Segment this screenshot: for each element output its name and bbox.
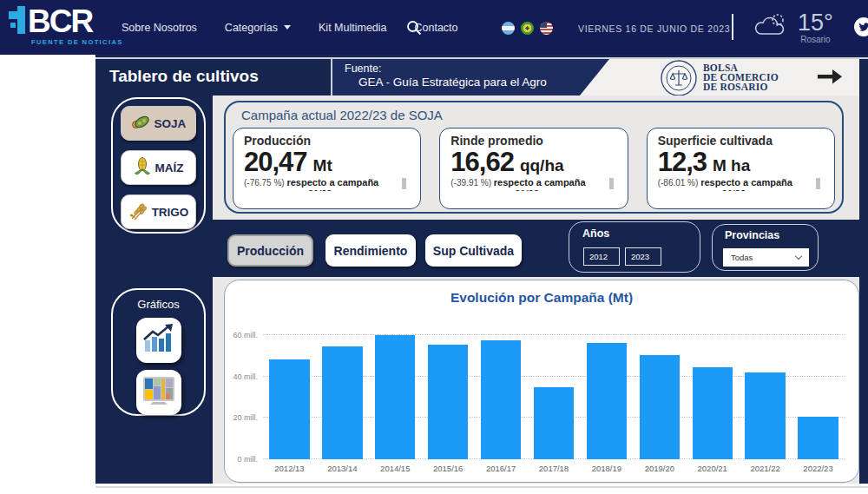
bar-slot [686, 323, 739, 459]
argentina-flag-icon[interactable] [502, 22, 515, 35]
y-axis-tick-label: 0 mill. [237, 455, 258, 464]
crops-dashboard: Tablero de cultivos Fuente: GEA - Guía E… [95, 55, 868, 484]
nav-item-categorias[interactable]: Categorías [225, 22, 291, 34]
nav-item-sobre-nosotros[interactable]: Sobre Nosotros [122, 22, 197, 34]
temperature: 15° [798, 11, 833, 35]
cloud-icon [752, 11, 790, 43]
kpi-card-produccion: Producción 20,47 Mt (-76.75 %) respecto … [233, 128, 421, 209]
nav-item-kit-multimedia[interactable]: Kit Multimedia [319, 22, 387, 34]
bar-slot [633, 323, 686, 459]
bar-2021/22[interactable] [745, 372, 785, 459]
crop-button-soja[interactable]: SOJA [121, 106, 196, 141]
kpi-card-superficie: Superficie cultivada 12,3 M ha (-86.01 %… [647, 128, 835, 209]
tab-label: Sup Cultivada [433, 244, 514, 258]
kpi-delta-note: respecto a campaña [700, 177, 792, 188]
provinces-dropdown[interactable]: Todas [723, 248, 809, 267]
year-from-input[interactable] [583, 247, 620, 266]
x-axis-label: 2014/15 [369, 464, 422, 473]
bar-2019/20[interactable] [640, 355, 680, 459]
current-date: VIERNES 16 DE JUNIO DE 2023 [578, 23, 730, 34]
bar-2016/17[interactable] [481, 340, 521, 459]
soybean-icon [131, 114, 150, 134]
chart-bars [263, 323, 845, 459]
logo-subtitle: FUENTE DE NOTICIAS [31, 38, 123, 46]
treemap-icon [142, 376, 175, 409]
twitter-icon[interactable] [854, 17, 868, 36]
bar-slot [263, 323, 316, 459]
x-axis-label: 2017/18 [528, 464, 581, 473]
kpi-delta-pct: (-86.01 %) [658, 178, 699, 188]
org-line: DE ROSARIO [703, 82, 779, 92]
corn-icon [134, 157, 151, 179]
evolution-chart-panel: Evolución por Campaña (Mt) 0 mill.20 mil… [224, 280, 859, 483]
kpi-delta: (-76.75 %) respecto a campaña 21/22 [244, 177, 410, 191]
bar-2022/23[interactable] [798, 417, 838, 459]
kpi-value: 16,62 [450, 148, 514, 176]
kpi-delta-note: respecto a campaña [494, 177, 586, 188]
provinces-filter: Provincias Todas [712, 224, 819, 271]
wheat-icon [128, 201, 148, 223]
bar-2017/18[interactable] [534, 387, 574, 459]
bar-2014/15[interactable] [375, 335, 415, 459]
bar-slot [528, 323, 581, 459]
provinces-label: Provincias [725, 229, 818, 241]
usa-flag-icon[interactable] [540, 22, 553, 35]
org-name: BOLSA DE COMERCIO DE ROSARIO [703, 63, 779, 92]
page: BCR FUENTE DE NOTICIAS Sobre Nosotros Ca… [0, 0, 868, 494]
tab-sup-cultivada[interactable]: Sup Cultivada [425, 234, 522, 267]
brazil-flag-icon[interactable] [521, 22, 534, 35]
bar-slot [369, 323, 422, 459]
kpi-value: 12,3 [658, 148, 707, 176]
bcr-logo[interactable]: BCR FUENTE DE NOTICIAS [9, 6, 123, 46]
top-navbar: BCR FUENTE DE NOTICIAS Sobre Nosotros Ca… [0, 0, 868, 55]
bar-2013/14[interactable] [322, 346, 362, 459]
source-value: GEA - Guía Estratégica para el Agro [358, 76, 608, 89]
crop-label: SOJA [155, 117, 187, 130]
graphs-panel: Gráficos [111, 288, 206, 416]
next-page-arrow-button[interactable] [816, 67, 844, 89]
language-flags [502, 22, 553, 35]
bar-2020/21[interactable] [693, 367, 733, 459]
x-axis-label: 2020/21 [686, 464, 739, 473]
campaign-summary-panel: Campaña actual 2022/23 de SOJA Producció… [224, 101, 844, 214]
kpi-delta-pct: (-39.91 %) [450, 178, 491, 188]
kpi-delta-note: respecto a campaña [286, 177, 378, 188]
chart-plot: 0 mill.20 mill.40 mill.60 mill. [263, 323, 845, 459]
bar-slot [739, 323, 792, 459]
x-axis-label: 2013/14 [316, 464, 369, 473]
kpi-unit: Mt [313, 156, 332, 175]
bar-chart-view-button[interactable] [136, 318, 181, 363]
dashboard-title: Tablero de cultivos [109, 67, 259, 86]
chart-xlabels: 2012/132013/142014/152015/162016/172017/… [263, 464, 845, 473]
y-axis-tick-label: 60 mill. [233, 331, 258, 339]
crop-button-trigo[interactable]: TRIGO [121, 194, 196, 229]
weather-widget: 15° Rosario [752, 11, 833, 44]
kpi-label: Rinde promedio [450, 134, 616, 148]
bar-2018/19[interactable] [587, 343, 627, 459]
crop-label: TRIGO [152, 206, 189, 219]
logo-text: BCR [28, 7, 92, 36]
card-scrollbar[interactable] [816, 178, 820, 189]
source-label: Fuente: [345, 63, 608, 75]
kpi-label: Producción [244, 134, 410, 148]
org-band: BOLSA DE COMERCIO DE ROSARIO [580, 59, 859, 96]
card-scrollbar[interactable] [609, 178, 614, 189]
year-to-input[interactable] [625, 247, 661, 266]
search-icon[interactable] [406, 20, 422, 39]
bar-2015/16[interactable] [428, 345, 468, 459]
crop-label: MAÍZ [155, 161, 184, 175]
card-scrollbar[interactable] [402, 178, 406, 189]
crop-button-maiz[interactable]: MAÍZ [121, 150, 196, 185]
tab-produccion[interactable]: Producción [227, 234, 313, 267]
treemap-view-button[interactable] [136, 370, 181, 415]
tab-rendimiento[interactable]: Rendimiento [326, 234, 416, 267]
page-bottom-divider [95, 486, 868, 488]
x-axis-label: 2018/19 [580, 464, 633, 473]
bar-2012/13[interactable] [269, 359, 309, 459]
kpi-delta-note2: 21/22 [450, 188, 602, 191]
chevron-down-icon [795, 253, 802, 260]
bar-slot [792, 323, 845, 459]
crop-selector-panel: SOJA MAÍZ [111, 97, 206, 234]
kpi-delta-pct: (-76.75 %) [244, 178, 285, 188]
chevron-down-icon [284, 25, 291, 30]
